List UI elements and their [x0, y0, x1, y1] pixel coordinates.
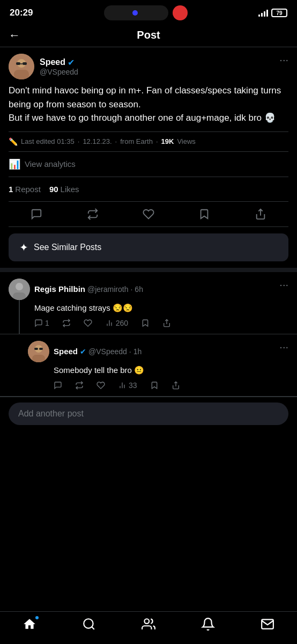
author-details: Speed ✔ @VSpeedd [40, 57, 78, 76]
nav-search[interactable] [82, 617, 96, 631]
status-center [104, 5, 188, 20]
page-header: ← Post [0, 24, 297, 47]
post-author-info: Speed ✔ @VSpeedd [9, 54, 78, 79]
comment-dot: · [130, 285, 132, 294]
comment-author-details: Regis Philbin @jeramiroth · 6h [34, 284, 143, 294]
likes-stat: 90 Likes [49, 185, 79, 194]
svg-rect-3 [16, 62, 20, 65]
reply-views: 33 [118, 381, 137, 390]
analytics-row[interactable]: 📊 View analytics [9, 152, 288, 177]
reply-actions: 33 [54, 381, 288, 390]
likes-count: 90 [49, 185, 58, 194]
likes-label: Likes [61, 185, 79, 194]
reply-button[interactable] [31, 208, 42, 220]
main-post: Speed ✔ @VSpeedd ··· Don't mind havoc be… [0, 47, 297, 261]
battery-indicator: 79 [271, 9, 287, 17]
nav-community[interactable] [142, 617, 155, 631]
analytics-label: View analytics [25, 159, 76, 169]
add-post-input[interactable]: Add another post [9, 402, 288, 425]
reply-author-name: Speed [54, 347, 78, 356]
svg-rect-17 [34, 348, 38, 350]
reply-handle: @VSpeedd [88, 347, 127, 356]
author-name: Speed [40, 57, 65, 67]
more-options-button[interactable]: ··· [279, 54, 288, 66]
status-pill [104, 5, 168, 20]
comment-header: Regis Philbin @jeramiroth · 6h ··· [9, 279, 288, 300]
status-time: 20:29 [10, 8, 33, 18]
comment-repost-button[interactable] [62, 319, 71, 327]
section-divider [0, 268, 297, 272]
comment-like-button[interactable] [84, 319, 92, 327]
record-button[interactable] [173, 5, 188, 20]
post-meta: ✏️ Last edited 01:35 · 12.12.23. · from … [9, 131, 288, 152]
svg-line-24 [92, 627, 94, 630]
author-handle: @VSpeedd [40, 68, 78, 76]
bookmark-button[interactable] [198, 208, 210, 220]
dot-separator2: · [115, 137, 117, 145]
reply-repost-button[interactable] [75, 381, 84, 390]
repost-button[interactable] [87, 208, 99, 220]
dot-separator: · [78, 137, 80, 145]
comment-time: 6h [135, 285, 143, 294]
dot-separator3: · [156, 137, 158, 145]
views-count: 19K [161, 137, 174, 145]
like-button[interactable] [143, 208, 154, 220]
svg-point-8 [16, 283, 23, 290]
comment-views: 260 [105, 319, 128, 327]
comment-more-button[interactable]: ··· [279, 279, 288, 291]
nav-home[interactable] [23, 617, 36, 631]
comment-reply-button[interactable]: 1 [34, 319, 49, 327]
post-date: 12.12.23. [83, 137, 112, 145]
reply-reply-button[interactable] [54, 381, 62, 390]
reply-dot: · [129, 347, 131, 356]
comment-text: Mage catching strays 😒😒 [34, 302, 288, 313]
reply-verified-badge: ✔ [80, 347, 86, 356]
share-button[interactable] [255, 208, 266, 220]
comment-item: Regis Philbin @jeramiroth · 6h ··· Mage … [0, 272, 297, 334]
svg-rect-4 [23, 62, 27, 65]
status-bar: 20:29 79 [0, 0, 297, 24]
comment-header: Speed ✔ @VSpeedd · 1h ··· [28, 341, 288, 362]
comment-bookmark-button[interactable] [141, 319, 150, 327]
reply-author-details: Speed ✔ @VSpeedd · 1h [54, 347, 142, 356]
analytics-icon: 📊 [9, 158, 20, 170]
bottom-nav [0, 611, 297, 644]
svg-rect-16 [32, 355, 45, 362]
comment-share-button[interactable] [162, 319, 171, 327]
nav-notifications[interactable] [201, 617, 215, 631]
pill-dot [132, 10, 138, 16]
post-content: Don't mind havoc being op in m+. Fan of … [9, 84, 288, 125]
reply-like-button[interactable] [96, 381, 105, 390]
reply-more-button[interactable]: ··· [279, 341, 288, 353]
reply-time: 1h [133, 347, 142, 356]
post-author-row: Speed ✔ @VSpeedd ··· [9, 54, 288, 79]
author-name-row: Speed ✔ [40, 57, 78, 68]
verified-badge: ✔ [68, 57, 75, 68]
thread-line [19, 300, 20, 334]
comment-actions: 1 260 [34, 319, 288, 327]
nav-messages[interactable] [261, 617, 274, 631]
post-location: from Earth [120, 137, 153, 145]
author-avatar[interactable] [9, 54, 34, 79]
reply-text: Somebody tell the bro 😐 [54, 364, 288, 376]
svg-rect-9 [13, 292, 26, 300]
comment-item: Speed ✔ @VSpeedd · 1h ··· Somebody tell … [0, 334, 297, 397]
post-action-row [9, 202, 288, 227]
reply-avatar[interactable] [28, 341, 49, 362]
reply-bookmark-button[interactable] [150, 381, 159, 390]
reply-share-button[interactable] [172, 381, 180, 390]
comment-reply-count: 1 [45, 319, 49, 327]
views-label: Views [177, 137, 195, 145]
sparkle-icon: ✦ [19, 241, 28, 254]
svg-rect-2 [14, 70, 29, 79]
stats-row: 1 Repost 90 Likes [9, 177, 288, 202]
comment-avatar[interactable] [9, 279, 30, 300]
add-post-bar: Add another post [0, 397, 297, 430]
page-title: Post [137, 29, 160, 41]
comments-section: Regis Philbin @jeramiroth · 6h ··· Mage … [0, 272, 297, 397]
repost-count: 1 [9, 185, 13, 194]
see-similar-button[interactable]: ✦ See Similar Posts [9, 233, 288, 261]
back-button[interactable]: ← [9, 28, 20, 42]
svg-point-23 [84, 619, 93, 628]
signal-bars [258, 9, 268, 17]
